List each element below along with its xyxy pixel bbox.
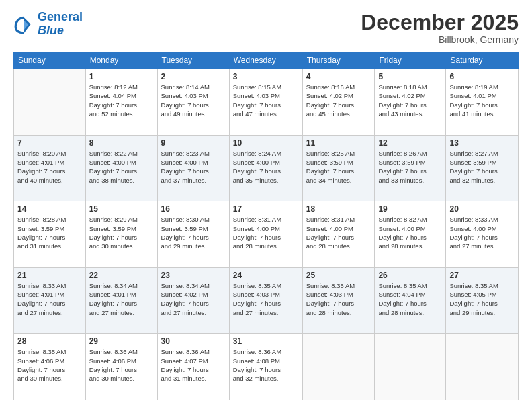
header: General Blue December 2025 Billbrook, Ge… <box>13 11 519 45</box>
day-info: Sunrise: 8:35 AM Sunset: 4:05 PM Dayligh… <box>449 281 515 317</box>
day-info: Sunrise: 8:14 AM Sunset: 4:03 PM Dayligh… <box>161 83 226 118</box>
location: Billbrook, Germany <box>361 34 519 45</box>
calendar-cell <box>375 334 446 400</box>
day-info: Sunrise: 8:16 AM Sunset: 4:02 PM Dayligh… <box>306 83 371 118</box>
day-number: 13 <box>449 138 515 148</box>
week-row-4: 21Sunrise: 8:33 AM Sunset: 4:01 PM Dayli… <box>14 267 519 334</box>
day-info: Sunrise: 8:36 AM Sunset: 4:08 PM Dayligh… <box>233 347 299 383</box>
calendar-table: Sunday Monday Tuesday Wednesday Thursday… <box>13 52 519 400</box>
calendar-cell: 13Sunrise: 8:27 AM Sunset: 3:59 PM Dayli… <box>446 135 519 201</box>
day-info: Sunrise: 8:36 AM Sunset: 4:06 PM Dayligh… <box>89 347 154 383</box>
day-info: Sunrise: 8:35 AM Sunset: 4:03 PM Dayligh… <box>306 281 371 317</box>
day-info: Sunrise: 8:35 AM Sunset: 4:06 PM Dayligh… <box>17 347 82 383</box>
day-info: Sunrise: 8:26 AM Sunset: 3:59 PM Dayligh… <box>378 149 442 185</box>
day-info: Sunrise: 8:30 AM Sunset: 3:59 PM Dayligh… <box>161 215 226 250</box>
day-info: Sunrise: 8:35 AM Sunset: 4:03 PM Dayligh… <box>233 281 299 317</box>
logo: General Blue <box>13 11 83 38</box>
day-info: Sunrise: 8:35 AM Sunset: 4:04 PM Dayligh… <box>378 281 442 317</box>
calendar-cell: 1Sunrise: 8:12 AM Sunset: 4:04 PM Daylig… <box>85 69 157 136</box>
day-info: Sunrise: 8:12 AM Sunset: 4:04 PM Dayligh… <box>89 83 154 118</box>
week-row-5: 28Sunrise: 8:35 AM Sunset: 4:06 PM Dayli… <box>14 334 519 400</box>
header-monday: Monday <box>85 52 157 69</box>
logo-text: General Blue <box>38 11 83 38</box>
day-info: Sunrise: 8:18 AM Sunset: 4:02 PM Dayligh… <box>378 83 442 118</box>
header-friday: Friday <box>375 52 446 69</box>
day-info: Sunrise: 8:34 AM Sunset: 4:01 PM Dayligh… <box>89 281 154 317</box>
day-info: Sunrise: 8:25 AM Sunset: 3:59 PM Dayligh… <box>306 149 371 185</box>
day-number: 28 <box>17 336 82 346</box>
day-number: 23 <box>161 271 226 280</box>
calendar-cell: 30Sunrise: 8:36 AM Sunset: 4:07 PM Dayli… <box>157 334 229 400</box>
calendar-cell <box>302 334 375 400</box>
month-title: December 2025 <box>361 11 519 34</box>
header-thursday: Thursday <box>302 52 375 69</box>
day-number: 17 <box>233 204 299 214</box>
day-number: 9 <box>161 138 226 148</box>
page: General Blue December 2025 Billbrook, Ge… <box>0 0 532 411</box>
day-number: 12 <box>378 138 442 148</box>
calendar-cell: 2Sunrise: 8:14 AM Sunset: 4:03 PM Daylig… <box>157 69 229 136</box>
day-number: 8 <box>89 138 154 148</box>
calendar-cell: 9Sunrise: 8:23 AM Sunset: 4:00 PM Daylig… <box>157 135 229 201</box>
day-info: Sunrise: 8:29 AM Sunset: 3:59 PM Dayligh… <box>89 215 154 250</box>
calendar-cell: 20Sunrise: 8:33 AM Sunset: 4:00 PM Dayli… <box>446 201 519 268</box>
calendar-cell: 11Sunrise: 8:25 AM Sunset: 3:59 PM Dayli… <box>302 135 375 201</box>
header-wednesday: Wednesday <box>229 52 302 69</box>
calendar-cell: 19Sunrise: 8:32 AM Sunset: 4:00 PM Dayli… <box>375 201 446 268</box>
day-number: 5 <box>378 72 442 81</box>
day-number: 25 <box>306 271 371 280</box>
calendar-cell: 6Sunrise: 8:19 AM Sunset: 4:01 PM Daylig… <box>446 69 519 136</box>
day-number: 20 <box>449 204 515 214</box>
day-number: 31 <box>233 336 299 346</box>
calendar-cell: 10Sunrise: 8:24 AM Sunset: 4:00 PM Dayli… <box>229 135 302 201</box>
day-number: 4 <box>306 72 371 81</box>
calendar-cell <box>446 334 519 400</box>
calendar-cell: 27Sunrise: 8:35 AM Sunset: 4:05 PM Dayli… <box>446 267 519 334</box>
day-info: Sunrise: 8:23 AM Sunset: 4:00 PM Dayligh… <box>161 149 226 185</box>
calendar-cell: 7Sunrise: 8:20 AM Sunset: 4:01 PM Daylig… <box>14 135 86 201</box>
calendar-cell: 8Sunrise: 8:22 AM Sunset: 4:00 PM Daylig… <box>85 135 157 201</box>
day-info: Sunrise: 8:34 AM Sunset: 4:02 PM Dayligh… <box>161 281 226 317</box>
day-number: 21 <box>17 271 82 280</box>
day-info: Sunrise: 8:33 AM Sunset: 4:00 PM Dayligh… <box>449 215 515 250</box>
day-number: 16 <box>161 204 226 214</box>
calendar-cell: 26Sunrise: 8:35 AM Sunset: 4:04 PM Dayli… <box>375 267 446 334</box>
week-row-3: 14Sunrise: 8:28 AM Sunset: 3:59 PM Dayli… <box>14 201 519 268</box>
calendar-cell: 3Sunrise: 8:15 AM Sunset: 4:03 PM Daylig… <box>229 69 302 136</box>
calendar-cell: 16Sunrise: 8:30 AM Sunset: 3:59 PM Dayli… <box>157 201 229 268</box>
day-info: Sunrise: 8:19 AM Sunset: 4:01 PM Dayligh… <box>449 83 515 118</box>
logo-line2: Blue <box>38 24 64 37</box>
day-number: 6 <box>449 72 515 81</box>
calendar-cell: 21Sunrise: 8:33 AM Sunset: 4:01 PM Dayli… <box>14 267 86 334</box>
day-info: Sunrise: 8:27 AM Sunset: 3:59 PM Dayligh… <box>449 149 515 185</box>
calendar-cell: 25Sunrise: 8:35 AM Sunset: 4:03 PM Dayli… <box>302 267 375 334</box>
calendar-cell: 14Sunrise: 8:28 AM Sunset: 3:59 PM Dayli… <box>14 201 86 268</box>
calendar-cell: 31Sunrise: 8:36 AM Sunset: 4:08 PM Dayli… <box>229 334 302 400</box>
day-info: Sunrise: 8:20 AM Sunset: 4:01 PM Dayligh… <box>17 149 82 185</box>
day-info: Sunrise: 8:31 AM Sunset: 4:00 PM Dayligh… <box>233 215 299 250</box>
day-number: 7 <box>17 138 82 148</box>
day-number: 27 <box>449 271 515 280</box>
header-sunday: Sunday <box>14 52 86 69</box>
logo-line1: General <box>38 10 83 24</box>
day-info: Sunrise: 8:15 AM Sunset: 4:03 PM Dayligh… <box>233 83 299 118</box>
day-info: Sunrise: 8:28 AM Sunset: 3:59 PM Dayligh… <box>17 215 82 250</box>
calendar-cell: 17Sunrise: 8:31 AM Sunset: 4:00 PM Dayli… <box>229 201 302 268</box>
week-row-1: 1Sunrise: 8:12 AM Sunset: 4:04 PM Daylig… <box>14 69 519 136</box>
calendar-cell: 22Sunrise: 8:34 AM Sunset: 4:01 PM Dayli… <box>85 267 157 334</box>
day-info: Sunrise: 8:33 AM Sunset: 4:01 PM Dayligh… <box>17 281 82 317</box>
day-number: 18 <box>306 204 371 214</box>
week-row-2: 7Sunrise: 8:20 AM Sunset: 4:01 PM Daylig… <box>14 135 519 201</box>
calendar-cell: 28Sunrise: 8:35 AM Sunset: 4:06 PM Dayli… <box>14 334 86 400</box>
day-number: 22 <box>89 271 154 280</box>
day-number: 24 <box>233 271 299 280</box>
title-section: December 2025 Billbrook, Germany <box>361 11 519 45</box>
calendar-cell: 29Sunrise: 8:36 AM Sunset: 4:06 PM Dayli… <box>85 334 157 400</box>
day-info: Sunrise: 8:31 AM Sunset: 4:00 PM Dayligh… <box>306 215 371 250</box>
day-number: 2 <box>161 72 226 81</box>
day-number: 10 <box>233 138 299 148</box>
calendar-cell: 5Sunrise: 8:18 AM Sunset: 4:02 PM Daylig… <box>375 69 446 136</box>
day-info: Sunrise: 8:32 AM Sunset: 4:00 PM Dayligh… <box>378 215 442 250</box>
calendar-cell: 24Sunrise: 8:35 AM Sunset: 4:03 PM Dayli… <box>229 267 302 334</box>
logo-icon <box>13 13 35 35</box>
